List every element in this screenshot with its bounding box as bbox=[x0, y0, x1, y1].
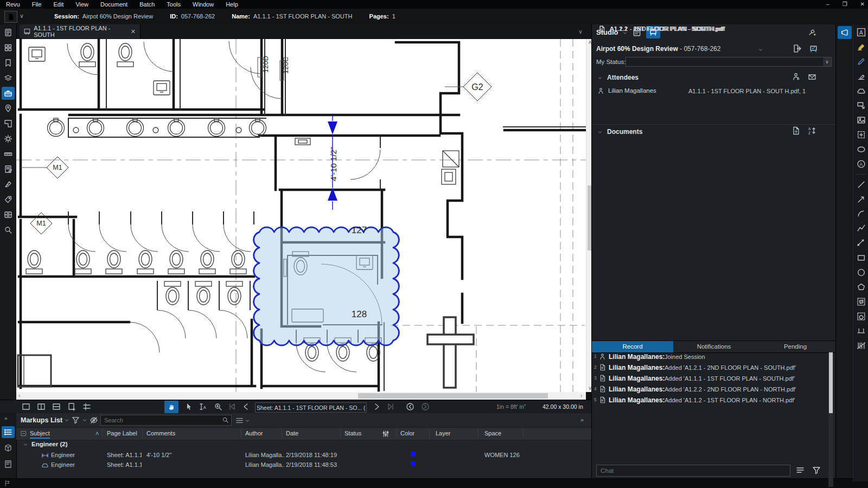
filter-icon[interactable] bbox=[72, 416, 80, 424]
image-tool[interactable] bbox=[857, 115, 866, 125]
settings-gear-icon[interactable] bbox=[4, 134, 12, 143]
cloud-markup[interactable] bbox=[254, 227, 399, 345]
record-scrollbar[interactable] bbox=[828, 351, 833, 487]
chat-filter-icon[interactable] bbox=[812, 466, 821, 474]
column-page-label[interactable]: Page Label bbox=[107, 430, 137, 436]
thumbnails-icon[interactable] bbox=[4, 43, 12, 52]
finish-session-icon[interactable] bbox=[809, 44, 819, 54]
previous-view-icon[interactable] bbox=[406, 402, 414, 411]
record-entry[interactable]: 5 Lilian Magallanes: Added 'A1.1.2 - 1ST… bbox=[592, 395, 828, 406]
file-menu-button[interactable] bbox=[4, 11, 17, 23]
tab-overflow-chevron-icon[interactable]: ∨ bbox=[578, 28, 583, 35]
minimize-button[interactable]: – bbox=[826, 0, 829, 9]
next-view-icon[interactable] bbox=[421, 402, 430, 411]
leave-session-icon[interactable] bbox=[793, 44, 802, 54]
select-all-checkbox[interactable] bbox=[21, 431, 27, 436]
menu-item[interactable]: File bbox=[26, 0, 48, 9]
horizontal-scrollbar[interactable]: ‹› bbox=[16, 392, 586, 400]
markups-list-title[interactable]: Markups List bbox=[21, 416, 62, 424]
column-color[interactable]: Color bbox=[400, 430, 414, 436]
record-scrollbar-thumb[interactable] bbox=[829, 352, 833, 413]
polygon-tool[interactable] bbox=[857, 282, 866, 292]
pin-session-icon[interactable] bbox=[808, 28, 818, 37]
markup-summary-icon[interactable] bbox=[4, 165, 12, 174]
pan-hand-tool[interactable] bbox=[164, 401, 178, 413]
chat-input[interactable] bbox=[599, 466, 786, 475]
pdf-canvas[interactable]: G2 M1 M1 120D 120C 127 128 4'-10 1/2" bbox=[16, 39, 586, 392]
studio-panel-toggle-icon[interactable] bbox=[838, 26, 852, 39]
column-subject[interactable]: Subject bbox=[30, 430, 50, 439]
menu-item[interactable]: Tools bbox=[161, 0, 187, 9]
filter-chevron-icon[interactable] bbox=[82, 418, 87, 423]
next-page-icon[interactable] bbox=[372, 402, 381, 411]
polyline-tool[interactable] bbox=[857, 224, 866, 233]
dimension-tool[interactable] bbox=[857, 239, 866, 248]
rectangle-tool[interactable] bbox=[857, 253, 866, 262]
document-tab[interactable]: A1.1.1 - 1ST FLOOR PLAN - SOUTH ✕ bbox=[20, 24, 141, 38]
columns-menu-icon[interactable] bbox=[235, 416, 244, 425]
volume-measure-tool[interactable] bbox=[857, 312, 866, 321]
search-icon[interactable] bbox=[4, 226, 12, 234]
text-box-tool[interactable]: A bbox=[857, 28, 866, 37]
sort-documents-icon[interactable]: AZ bbox=[808, 126, 818, 136]
snapshot-tool[interactable] bbox=[857, 130, 866, 139]
previous-page-icon[interactable] bbox=[242, 402, 251, 411]
search-input[interactable] bbox=[103, 416, 219, 425]
close-button[interactable]: ✕ bbox=[860, 0, 865, 9]
columns-menu-chevron-icon[interactable] bbox=[245, 418, 250, 423]
my-status-select[interactable]: ∨ bbox=[626, 57, 832, 67]
session-log-tab[interactable]: Record bbox=[592, 341, 673, 352]
record-entry[interactable]: 3 Lilian Magallanes: Added 'A1.1.1 - 1ST… bbox=[592, 373, 828, 384]
circle-tool[interactable] bbox=[857, 268, 866, 277]
column-layer[interactable]: Layer bbox=[436, 430, 451, 436]
hide-markups-icon[interactable] bbox=[90, 416, 98, 425]
flag-tag-icon[interactable] bbox=[4, 195, 12, 204]
new-page-icon[interactable] bbox=[67, 402, 76, 411]
sort-caret-icon[interactable]: ˄ bbox=[95, 430, 99, 436]
collapse-panel-icon[interactable]: » bbox=[4, 415, 8, 421]
length-measure-tool[interactable] bbox=[857, 326, 866, 336]
column-comments[interactable]: Comments bbox=[146, 430, 175, 436]
session-name-chevron-icon[interactable] bbox=[758, 47, 763, 53]
measure-icon[interactable] bbox=[4, 150, 12, 158]
arrow-tool[interactable] bbox=[857, 195, 866, 204]
stamp-tool[interactable]: A bbox=[857, 159, 866, 169]
dimension-markup[interactable]: 4'-10 1/2" bbox=[328, 115, 338, 210]
count-tool[interactable] bbox=[857, 341, 866, 350]
attendees-collapse-icon[interactable] bbox=[597, 75, 603, 81]
file-access-icon[interactable] bbox=[4, 210, 12, 219]
places-icon[interactable] bbox=[4, 104, 12, 113]
3d-model-tab-icon[interactable] bbox=[4, 444, 12, 452]
callout-tool[interactable] bbox=[857, 101, 866, 110]
session-log-tab[interactable]: Notifications bbox=[673, 341, 755, 352]
markups-search-box[interactable] bbox=[100, 415, 232, 426]
spaces-icon[interactable] bbox=[4, 119, 12, 128]
documents-collapse-icon[interactable] bbox=[597, 130, 603, 135]
sync-views-icon[interactable] bbox=[82, 402, 91, 411]
select-text-tool[interactable]: A bbox=[199, 402, 207, 411]
restore-button[interactable]: ❐ bbox=[843, 0, 847, 9]
floor-plan-drawing[interactable]: G2 M1 M1 120D 120C 127 128 4'-10 1/2" bbox=[16, 39, 586, 392]
menu-item[interactable]: Edit bbox=[47, 0, 69, 9]
zoom-tool[interactable] bbox=[214, 402, 222, 411]
split-vertical-icon[interactable] bbox=[37, 402, 46, 411]
column-date[interactable]: Date bbox=[286, 430, 298, 436]
forms-tab-icon[interactable] bbox=[4, 460, 12, 468]
layers-icon[interactable] bbox=[4, 74, 12, 82]
markup-group-row[interactable]: Engineer (2) bbox=[16, 440, 591, 450]
column-author[interactable]: Author bbox=[245, 430, 263, 436]
markup-row[interactable]: Engineer Sheet: A1.1.1 ... 4'-10 1/2" Li… bbox=[16, 451, 591, 460]
chat-box[interactable] bbox=[596, 465, 790, 477]
markups-title-chevron-icon[interactable] bbox=[64, 418, 69, 423]
chat-log-icon[interactable] bbox=[796, 466, 805, 474]
horizontal-scrollbar-thumb[interactable] bbox=[358, 393, 548, 399]
menu-item[interactable]: Help bbox=[220, 0, 244, 9]
record-entry[interactable]: 4 Lilian Magallanes: Added 'A1.2.2 - 2ND… bbox=[592, 384, 828, 395]
column-status[interactable]: Status bbox=[344, 430, 361, 436]
menu-item[interactable]: Document bbox=[94, 0, 133, 9]
page-navigation-field[interactable] bbox=[255, 402, 367, 413]
signature-icon[interactable] bbox=[4, 180, 12, 189]
attendee-row[interactable]: Lilian Magallanes A1.1.1 - 1ST FLOOR PLA… bbox=[592, 87, 836, 97]
menu-item[interactable]: Window bbox=[187, 0, 220, 9]
last-page-icon[interactable] bbox=[386, 402, 395, 411]
